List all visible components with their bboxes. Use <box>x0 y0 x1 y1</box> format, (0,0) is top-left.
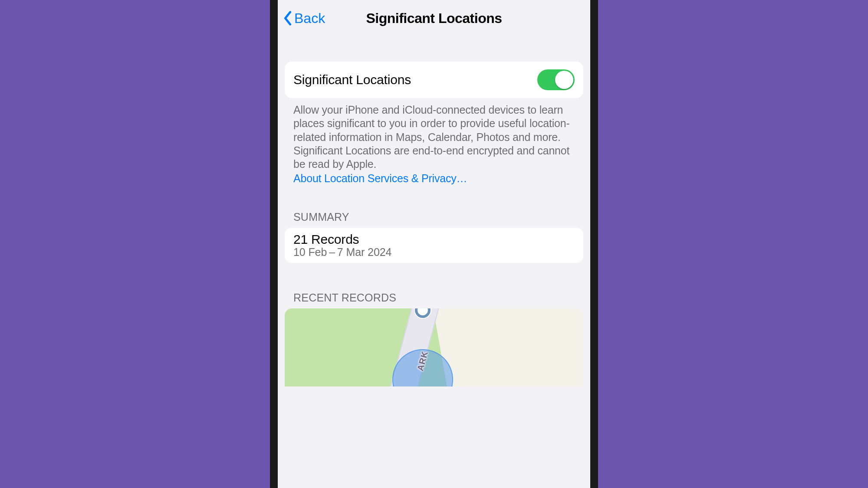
section-description: Allow your iPhone and iCloud-connected d… <box>285 98 583 186</box>
toggle-label: Significant Locations <box>293 72 411 87</box>
toggle-group: Significant Locations <box>285 62 583 98</box>
chevron-left-icon <box>283 11 293 26</box>
significant-locations-toggle[interactable] <box>537 69 575 90</box>
back-button[interactable]: Back <box>283 10 325 26</box>
recent-records-header: RECENT RECORDS <box>285 291 583 308</box>
settings-screen: Back Significant Locations Significant L… <box>278 0 590 488</box>
content-area: Significant Locations Allow your iPhone … <box>278 36 590 488</box>
summary-row[interactable]: 21 Records 10 Feb – 7 Mar 2024 <box>285 228 583 263</box>
significant-locations-row: Significant Locations <box>285 62 583 98</box>
back-label: Back <box>294 10 325 26</box>
toggle-knob <box>555 71 573 89</box>
summary-subtitle: 10 Feb – 7 Mar 2024 <box>293 246 575 259</box>
summary-title: 21 Records <box>293 232 575 247</box>
nav-bar: Back Significant Locations <box>278 0 590 36</box>
summary-group: 21 Records 10 Feb – 7 Mar 2024 <box>285 228 583 263</box>
description-text: Allow your iPhone and iCloud-connected d… <box>293 104 570 170</box>
summary-header: SUMMARY <box>285 211 583 228</box>
privacy-link[interactable]: About Location Services & Privacy… <box>293 172 575 185</box>
recent-records-map[interactable]: ARK <box>285 308 583 386</box>
